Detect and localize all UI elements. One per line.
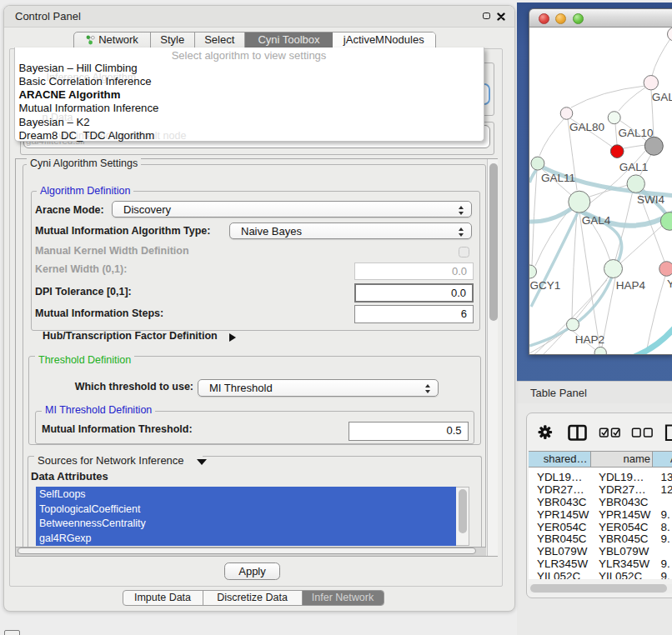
- svg-text:GAL11: GAL11: [540, 172, 574, 184]
- svg-text:GAL4: GAL4: [581, 214, 610, 227]
- svg-text:YJ: YJ: [667, 278, 672, 290]
- svg-text:GCY1: GCY1: [529, 279, 560, 292]
- svg-text:HAP4: HAP4: [615, 279, 645, 292]
- svg-text:GAL1: GAL1: [619, 161, 648, 173]
- svg-text:HAP2: HAP2: [574, 333, 604, 346]
- svg-text:SWI4: SWI4: [636, 193, 664, 206]
- svg-text:GAL80: GAL80: [569, 121, 604, 133]
- svg-text:GAL10: GAL10: [618, 127, 653, 139]
- svg-text:GAL7: GAL7: [651, 91, 672, 103]
